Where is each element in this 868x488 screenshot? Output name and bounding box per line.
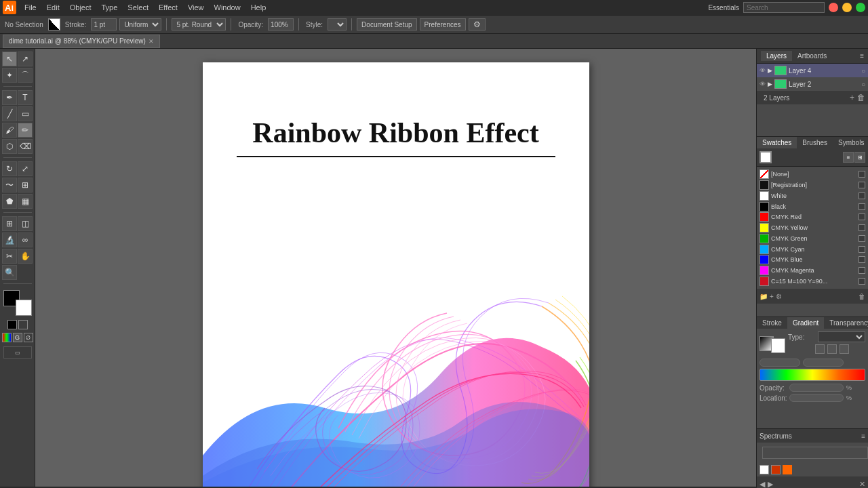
spec-color-2[interactable] bbox=[771, 465, 781, 474]
none-btn[interactable]: ∅ bbox=[24, 333, 33, 342]
mesh-tool[interactable]: ⊞ bbox=[2, 216, 17, 231]
doc-tab-close-btn[interactable]: ✕ bbox=[149, 38, 154, 45]
layer-2-lock[interactable]: ○ bbox=[861, 81, 865, 88]
menu-help[interactable]: Help bbox=[246, 2, 271, 13]
menu-object[interactable]: Object bbox=[65, 2, 96, 13]
blend-tool[interactable]: ∞ bbox=[18, 232, 33, 247]
eyedropper-tool[interactable]: 🔬 bbox=[2, 232, 17, 247]
tab-gradient[interactable]: Gradient bbox=[787, 317, 824, 329]
menu-edit[interactable]: Edit bbox=[42, 2, 64, 13]
zoom-tool[interactable]: 🔍 bbox=[2, 265, 17, 280]
stroke-color-swatch[interactable] bbox=[48, 18, 60, 30]
swatch-grid-view[interactable]: ⊞ bbox=[854, 152, 865, 163]
grad-opacity-slider[interactable] bbox=[789, 384, 844, 392]
opacity-input[interactable] bbox=[268, 18, 294, 30]
spectrums-prev-btn[interactable]: ◀ bbox=[760, 480, 765, 489]
document-setup-btn[interactable]: Document Setup bbox=[357, 18, 417, 30]
swatch-custom[interactable]: C=15 M=100 Y=90... bbox=[760, 276, 865, 286]
swatch-cmyk-cyan[interactable]: CMYK Cyan bbox=[760, 244, 865, 254]
layer-2-visibility[interactable]: 👁 bbox=[760, 81, 766, 87]
color-mode-btn[interactable] bbox=[2, 333, 12, 342]
menu-file[interactable]: File bbox=[20, 2, 41, 13]
layer-row-4[interactable]: 👁 ▶ Layer 4 ○ bbox=[757, 64, 868, 77]
swatch-options-btn[interactable]: ⚙ bbox=[776, 293, 782, 300]
maximize-btn[interactable] bbox=[856, 3, 865, 12]
tab-transparency[interactable]: Transparency bbox=[824, 317, 868, 329]
layer-row-2[interactable]: 👁 ▶ Layer 2 ○ bbox=[757, 77, 868, 91]
hand-tool[interactable]: ✋ bbox=[18, 249, 33, 264]
grad-scale-slider[interactable] bbox=[803, 359, 844, 367]
menu-select[interactable]: Select bbox=[123, 2, 153, 13]
art-style-btn[interactable]: ▭ bbox=[3, 346, 32, 359]
close-btn[interactable] bbox=[829, 3, 838, 12]
tab-symbols[interactable]: Symbols bbox=[833, 137, 868, 148]
new-color-group-btn[interactable]: 📁 bbox=[760, 293, 768, 300]
column-graph-tool[interactable]: ▦ bbox=[18, 194, 33, 209]
swatch-cmyk-green[interactable]: CMYK Green bbox=[760, 233, 865, 243]
spectrums-close-btn[interactable]: ✕ bbox=[859, 480, 865, 489]
stroke-indicator[interactable] bbox=[18, 320, 28, 329]
gradient-bar[interactable] bbox=[760, 369, 865, 381]
menu-window[interactable]: Window bbox=[210, 2, 245, 13]
tab-stroke[interactable]: Stroke bbox=[757, 317, 787, 329]
swatch-cmyk-blue[interactable]: CMYK Blue bbox=[760, 255, 865, 265]
swatch-cmyk-magenta[interactable]: CMYK Magenta bbox=[760, 266, 865, 276]
grad-stroke-btn-3[interactable] bbox=[840, 344, 849, 354]
lasso-tool[interactable]: ⌒ bbox=[18, 68, 33, 83]
tab-brushes[interactable]: Brushes bbox=[797, 137, 833, 148]
tab-swatches[interactable]: Swatches bbox=[757, 137, 797, 148]
delete-swatch-btn[interactable]: 🗑 bbox=[859, 293, 865, 300]
swatch-none[interactable]: [None] bbox=[760, 169, 865, 180]
new-swatch-footer-btn[interactable]: + bbox=[770, 293, 774, 300]
swatch-white[interactable]: White bbox=[760, 190, 865, 201]
rotate-tool[interactable]: ↻ bbox=[2, 161, 17, 176]
direct-selection-tool[interactable]: ↗ bbox=[18, 52, 33, 66]
menu-type[interactable]: Type bbox=[97, 2, 123, 13]
selection-tool[interactable]: ↖ bbox=[2, 52, 17, 66]
color-selector[interactable] bbox=[3, 290, 32, 316]
pen-tool[interactable]: ✒ bbox=[2, 90, 17, 105]
gradient-btn[interactable]: G bbox=[13, 333, 22, 342]
warp-tool[interactable]: 〜 bbox=[2, 178, 17, 192]
style-select[interactable] bbox=[328, 18, 347, 30]
layers-panel-collapse[interactable]: ≡ bbox=[860, 52, 864, 60]
tab-layers[interactable]: Layers bbox=[761, 51, 792, 61]
gradient-bg-swatch[interactable] bbox=[771, 338, 785, 353]
add-layer-btn[interactable]: + bbox=[850, 93, 854, 102]
extra-btn[interactable]: ⚙ bbox=[469, 18, 486, 30]
gradient-tool[interactable]: ◫ bbox=[18, 216, 33, 231]
scale-tool[interactable]: ⤢ bbox=[18, 161, 33, 176]
tab-artboards[interactable]: Artboards bbox=[792, 51, 832, 61]
preferences-btn[interactable]: Preferences bbox=[420, 18, 466, 30]
grad-type-select[interactable] bbox=[818, 331, 865, 342]
background-color[interactable] bbox=[16, 300, 32, 316]
search-input[interactable] bbox=[743, 2, 825, 13]
layer-4-visibility[interactable]: 👁 bbox=[760, 67, 766, 74]
menu-view[interactable]: View bbox=[183, 2, 209, 13]
line-tool[interactable]: ╱ bbox=[2, 106, 17, 121]
scissors-tool[interactable]: ✂ bbox=[2, 249, 17, 264]
spectrums-search[interactable] bbox=[762, 447, 868, 459]
blob-brush-tool[interactable]: ⬡ bbox=[2, 139, 17, 154]
delete-layer-btn[interactable]: 🗑 bbox=[857, 93, 865, 102]
stroke-type-select[interactable]: Uniform bbox=[119, 18, 161, 30]
minimize-btn[interactable] bbox=[842, 3, 852, 12]
grad-angle-slider[interactable] bbox=[760, 359, 800, 367]
type-tool[interactable]: T bbox=[18, 90, 33, 105]
weight-select[interactable]: 5 pt. Round bbox=[172, 18, 226, 30]
pencil-tool[interactable]: ✏ bbox=[18, 123, 33, 138]
fill-indicator[interactable] bbox=[7, 320, 17, 329]
grad-stroke-btn-1[interactable] bbox=[815, 344, 825, 354]
canvas-area[interactable]: Rainbow Ribbon Effect bbox=[35, 49, 756, 487]
grad-location-slider[interactable] bbox=[789, 394, 844, 402]
stroke-value[interactable] bbox=[91, 18, 117, 30]
eraser-tool[interactable]: ⌫ bbox=[18, 139, 33, 154]
document-tab[interactable]: dime tutorial.ai @ 88% (CMYK/GPU Preview… bbox=[3, 35, 160, 48]
grad-stroke-btn-2[interactable] bbox=[827, 344, 837, 354]
layer-4-lock[interactable]: ○ bbox=[861, 67, 865, 75]
free-transform-tool[interactable]: ⊞ bbox=[18, 178, 33, 192]
swatch-cmyk-red[interactable]: CMYK Red bbox=[760, 212, 865, 222]
menu-effect[interactable]: Effect bbox=[154, 2, 182, 13]
shape-tool[interactable]: ▭ bbox=[18, 106, 33, 121]
spectrums-collapse-btn[interactable]: ≡ bbox=[861, 432, 865, 440]
